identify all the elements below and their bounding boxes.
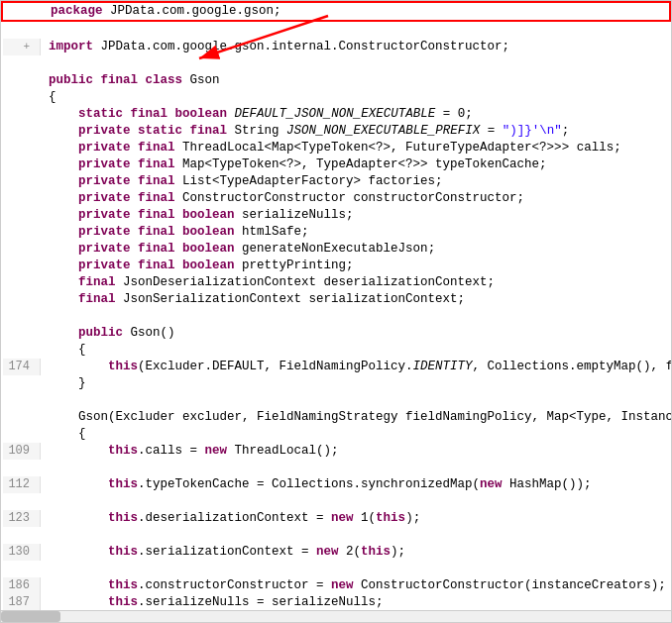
line-content-123: this.deserializationContext = new 1(this… — [41, 510, 669, 527]
line-content-f3: private final ThreadLocal<Map<TypeToken<… — [41, 140, 669, 156]
line-content-f7: private final boolean serializeNulls; — [41, 207, 669, 224]
code-line-brace3: } — [1, 375, 671, 392]
line-content-f9: private final boolean generateNonExecuta… — [41, 241, 669, 258]
line-content-brace2: { — [41, 342, 669, 359]
line-num-187: 187 — [3, 594, 41, 611]
line-num-import: + — [3, 39, 41, 55]
code-line-field9: private final boolean generateNonExecuta… — [1, 241, 671, 258]
line-content-f8: private final boolean htmlSafe; — [41, 224, 669, 241]
line-content-e1 — [41, 22, 669, 39]
line-content-f1: static final boolean DEFAULT_JSON_NON_EX… — [41, 106, 669, 123]
line-content-187: this.serializeNulls = serializeNulls; — [41, 594, 669, 611]
code-line-112: 112 this.typeTokenCache = Collections.sy… — [1, 476, 671, 493]
line-content-186: this.constructorConstructor = new Constr… — [41, 577, 669, 594]
scrollbar-thumb[interactable] — [1, 611, 60, 622]
code-line-brace1: { — [1, 89, 671, 106]
code-line-186: 186 this.constructorConstructor = new Co… — [1, 577, 671, 594]
line-num-109: 109 — [3, 443, 41, 460]
line-content-f11: final JsonDeserializationContext deseria… — [41, 274, 669, 291]
line-num-174: 174 — [3, 359, 41, 375]
code-line-field2: private static final String JSON_NON_EXE… — [1, 123, 671, 140]
line-content-f5: private final List<TypeAdapterFactory> f… — [41, 173, 669, 190]
code-line-empty-4 — [1, 392, 671, 409]
code-line-brace2: { — [1, 342, 671, 359]
code-line-gson-overload: Gson(Excluder excluder, FieldNamingStrat… — [1, 409, 671, 426]
line-num-130: 130 — [3, 544, 41, 561]
line-content-e8 — [41, 561, 669, 577]
line-content-class: public final class Gson — [41, 72, 669, 89]
code-line-gson-constructor: public Gson() — [1, 325, 671, 342]
code-line-import: + import JPData.com.google.gson.internal… — [1, 39, 671, 55]
code-line-package: package JPData.com.google.gson; — [1, 1, 671, 22]
line-content-f2: private static final String JSON_NON_EXE… — [41, 123, 669, 140]
line-content-go: Gson(Excluder excluder, FieldNamingStrat… — [41, 409, 672, 426]
code-line-174: 174 this(Excluder.DEFAULT, FieldNamingPo… — [1, 359, 671, 375]
line-content-f6: private final ConstructorConstructor con… — [41, 190, 669, 207]
code-line-field8: private final boolean htmlSafe; — [1, 224, 671, 241]
line-num-186: 186 — [3, 577, 41, 594]
line-content-e6 — [41, 493, 669, 510]
line-content-e3 — [41, 308, 669, 325]
code-line-field4: private final Map<TypeToken<?>, TypeAdap… — [1, 156, 671, 173]
line-content-174: this(Excluder.DEFAULT, FieldNamingPolicy… — [41, 359, 672, 375]
line-content-e7 — [41, 527, 669, 544]
code-line-empty-2 — [1, 55, 671, 72]
code-line-field1: static final boolean DEFAULT_JSON_NON_EX… — [1, 106, 671, 123]
line-content-brace1: { — [41, 89, 669, 106]
code-line-field3: private final ThreadLocal<Map<TypeToken<… — [1, 140, 671, 156]
line-content-brace3: } — [41, 375, 669, 392]
code-line-class: public final class Gson — [1, 72, 671, 89]
line-content-e5 — [41, 460, 669, 476]
code-line-empty-6 — [1, 493, 671, 510]
code-line-brace4: { — [1, 426, 671, 443]
line-content-f10: private final boolean prettyPrinting; — [41, 258, 669, 274]
code-line-empty-7 — [1, 527, 671, 544]
line-content-1: package JPData.com.google.gson; — [43, 3, 667, 20]
code-line-field10: private final boolean prettyPrinting; — [1, 258, 671, 274]
code-line-empty-5 — [1, 460, 671, 476]
code-line-187: 187 this.serializeNulls = serializeNulls… — [1, 594, 671, 611]
code-line-field5: private final List<TypeAdapterFactory> f… — [1, 173, 671, 190]
line-content-109: this.calls = new ThreadLocal(); — [41, 443, 669, 460]
line-content-130: this.serializationContext = new 2(this); — [41, 544, 669, 561]
code-line-empty-8 — [1, 561, 671, 577]
code-line-field6: private final ConstructorConstructor con… — [1, 190, 671, 207]
code-line-field12: final JsonSerializationContext serializa… — [1, 291, 671, 308]
line-content-f12: final JsonSerializationContext serializa… — [41, 291, 669, 308]
code-editor: package JPData.com.google.gson; + import… — [0, 0, 672, 623]
line-content-gc: public Gson() — [41, 325, 669, 342]
horizontal-scrollbar[interactable] — [1, 610, 671, 622]
line-content-112: this.typeTokenCache = Collections.synchr… — [41, 476, 669, 493]
code-line-empty-3 — [1, 308, 671, 325]
line-num-112: 112 — [3, 476, 41, 493]
code-line-123: 123 this.deserializationContext = new 1(… — [1, 510, 671, 527]
line-content-e4 — [41, 392, 669, 409]
code-line-130: 130 this.serializationContext = new 2(th… — [1, 544, 671, 561]
code-line-field7: private final boolean serializeNulls; — [1, 207, 671, 224]
code-line-field11: final JsonDeserializationContext deseria… — [1, 274, 671, 291]
gutter-plus-import[interactable]: + — [23, 41, 30, 52]
line-num-123: 123 — [3, 510, 41, 527]
line-content-e2 — [41, 55, 669, 72]
line-content-import: import JPData.com.google.gson.internal.C… — [41, 39, 669, 55]
line-content-f4: private final Map<TypeToken<?>, TypeAdap… — [41, 156, 669, 173]
code-line-109: 109 this.calls = new ThreadLocal(); — [1, 443, 671, 460]
code-lines: package JPData.com.google.gson; + import… — [1, 1, 671, 623]
line-content-brace4: { — [41, 426, 669, 443]
code-line-empty-1 — [1, 22, 671, 39]
